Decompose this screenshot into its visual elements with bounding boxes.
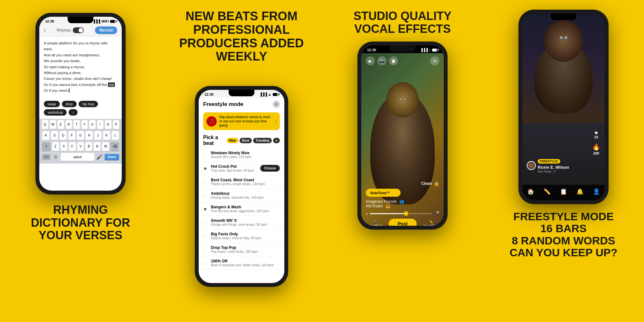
tag-drop[interactable]: drop <box>62 101 77 107</box>
key-j[interactable]: J <box>94 131 101 140</box>
choose-button[interactable]: Choose <box>260 165 280 172</box>
beat-info-2: Best Coast, West Coast Playful synths, s… <box>211 178 280 186</box>
key-t[interactable]: T <box>73 120 80 129</box>
key-k[interactable]: K <box>103 131 110 140</box>
key-z[interactable]: Z <box>52 142 59 151</box>
p4-person-body: 👓 <box>535 43 592 113</box>
key-space[interactable]: space <box>61 153 94 161</box>
beat-star-8[interactable]: ☆ <box>203 260 208 266</box>
key-e[interactable]: E <box>58 120 64 129</box>
clean-label: Clean <box>421 181 432 186</box>
key-c[interactable]: C <box>69 142 76 151</box>
back-arrow-icon[interactable]: ‹ <box>44 27 45 33</box>
am-radio-icon: 📻 <box>385 204 390 208</box>
key-p[interactable]: P <box>113 120 119 129</box>
beat-list: ☆ Nineteen Ninety Nine Smooth 90's vibes… <box>199 148 284 270</box>
clipboard-button[interactable]: 📋 <box>389 56 398 65</box>
key-y[interactable]: Y <box>81 120 88 129</box>
beat-info-6: Big Facts Only Sparse beats, room to flo… <box>211 232 280 240</box>
tab-new[interactable]: New <box>227 138 239 143</box>
freestyle-banner[interactable]: 🎵 Rap about whatever comes to mind or us… <box>203 112 280 130</box>
key-delete[interactable]: ⌫ <box>110 142 119 151</box>
tab-best[interactable]: Best <box>240 138 252 143</box>
beat-star-1[interactable]: ★ <box>203 166 208 171</box>
status-time-3: 12:30 <box>367 48 376 52</box>
beat-item-3[interactable]: ☆ Ambitiouz Driving beats, staccato hits… <box>199 189 284 202</box>
beat-info-3: Ambitiouz Driving beats, staccato hits, … <box>211 191 280 199</box>
key-q[interactable]: Q <box>42 120 48 129</box>
key-123[interactable]: 123 <box>42 154 51 160</box>
beat-item-1[interactable]: ★ Hot Crock Pot Trap style, fast tempo, … <box>199 162 284 175</box>
tag-swap[interactable]: swap <box>44 101 60 107</box>
key-u[interactable]: U <box>89 120 96 129</box>
beat-star-3[interactable]: ☆ <box>203 193 208 198</box>
beat-item-0[interactable]: ☆ Nineteen Ninety Nine Smooth 90's vibes… <box>199 148 284 162</box>
camera-button[interactable]: 📷 <box>377 56 386 65</box>
key-mic[interactable]: 🎤 <box>96 153 103 160</box>
post-row: 🎬 Video Effects Post ✏️ Voice Effects <box>366 219 439 226</box>
key-emoji[interactable]: ☺ <box>52 153 59 160</box>
key-l[interactable]: L <box>112 131 119 140</box>
freestyle-close-button[interactable]: ✕ <box>273 101 280 108</box>
tag-hiphop[interactable]: hip hop <box>79 101 98 107</box>
tag-more[interactable]: › <box>69 109 78 116</box>
autotune-button[interactable]: AutoTune™ ⚡ <box>366 189 401 197</box>
key-x[interactable]: X <box>61 142 67 151</box>
key-h[interactable]: H <box>86 131 93 140</box>
beat-star-2[interactable]: ☆ <box>203 179 208 185</box>
nav-edit-icon[interactable]: ✏️ <box>544 188 551 195</box>
beat-star-7[interactable]: ☆ <box>203 247 208 252</box>
beat-star-6[interactable]: ☆ <box>203 233 208 239</box>
key-a[interactable]: A <box>42 131 49 140</box>
key-done[interactable]: Done <box>105 154 119 160</box>
beat-item-4[interactable]: ★ Bangers & Mash Feel the kick drum, agg… <box>199 202 284 216</box>
key-d[interactable]: D <box>60 131 67 140</box>
close-video-button[interactable]: ✕ <box>430 56 439 65</box>
pick-beat-title: Pick a beat <box>203 135 224 146</box>
nav-home-icon[interactable]: 🏠 <box>527 188 534 195</box>
key-m[interactable]: M <box>102 142 109 151</box>
fire-button[interactable]: 🔥 289 <box>592 143 600 155</box>
rhymes-toggle-switch[interactable] <box>73 27 84 33</box>
key-f[interactable]: F <box>68 131 75 140</box>
beat-item-7[interactable]: ☆ Drop Top Pop Pop music, radio beats, 1… <box>199 243 284 256</box>
volume-slider[interactable]: ♪ 🎤 <box>366 211 439 216</box>
key-g[interactable]: G <box>77 131 84 140</box>
comments-count: 33 <box>594 135 598 139</box>
key-w[interactable]: W <box>50 120 56 129</box>
nav-list-icon[interactable]: 📋 <box>560 188 567 195</box>
section3-title: STUDIO QUALITYVOCAL EFFECTS <box>354 10 451 35</box>
key-v[interactable]: V <box>77 142 84 151</box>
beat-star-5[interactable]: ☆ <box>203 220 208 225</box>
comments-button[interactable]: 💬 33 <box>594 131 598 139</box>
phone-4: NICE FLOWS ??? 👓 <box>518 10 609 204</box>
key-n[interactable]: N <box>94 142 100 151</box>
tab-trending[interactable]: Trending <box>253 138 272 143</box>
key-r[interactable]: R <box>66 120 72 129</box>
beat-item-2[interactable]: ☆ Best Coast, West Coast Playful synths,… <box>199 175 284 189</box>
record-button[interactable]: Record <box>95 26 117 34</box>
key-o[interactable]: O <box>105 120 111 129</box>
tab-starred[interactable]: ★ <box>273 138 280 143</box>
key-b[interactable]: B <box>85 142 92 151</box>
nav-profile-icon[interactable]: 👤 <box>593 188 600 195</box>
play-button[interactable]: ▶ <box>366 56 375 65</box>
slider-track[interactable] <box>370 213 432 214</box>
phone1-header: ‹ Rhymes Record <box>39 24 122 36</box>
key-s[interactable]: S <box>51 131 58 140</box>
voice-effects-button[interactable]: ✏️ Voice Effects <box>422 220 439 226</box>
rhymes-toggle[interactable]: Rhymes <box>57 27 84 33</box>
beat-item-8[interactable]: ☆ 100% Off Beat to freestyle over, battl… <box>199 256 284 270</box>
key-i[interactable]: I <box>97 120 104 129</box>
beat-star-4[interactable]: ★ <box>203 206 208 212</box>
section-rhyming: 12:30 ▐▐▐ WiFi ‹ Rhymes Record <box>0 0 161 322</box>
tag-workshop[interactable]: workshop <box>44 109 67 116</box>
post-button[interactable]: Post <box>389 219 416 226</box>
beat-star-0[interactable]: ☆ <box>203 152 208 157</box>
nav-bell-icon[interactable]: 🔔 <box>576 188 583 195</box>
key-shift[interactable]: ⇧ <box>42 142 51 151</box>
video-effects-button[interactable]: 🎬 Video Effects <box>366 220 383 226</box>
slider-thumb[interactable] <box>404 211 408 216</box>
beat-item-5[interactable]: ☆ Smooth Wit' It Strings and things, slo… <box>199 216 284 229</box>
beat-item-6[interactable]: ☆ Big Facts Only Sparse beats, room to f… <box>199 229 284 243</box>
